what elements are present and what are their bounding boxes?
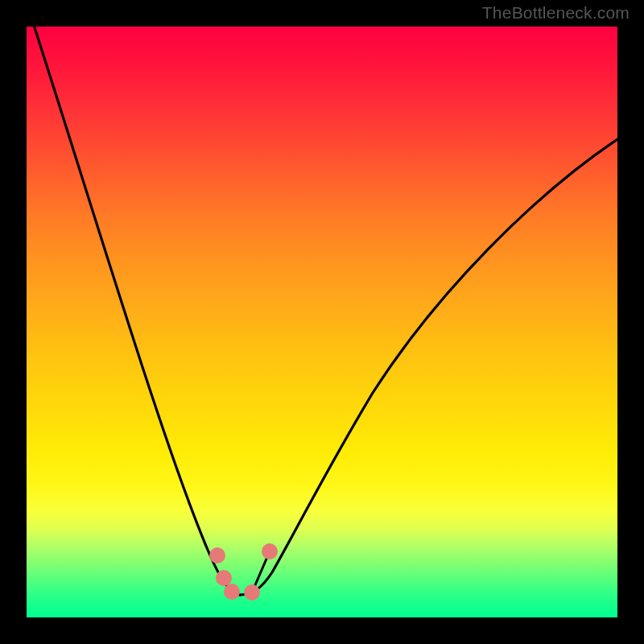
dot-left-mid [216, 570, 232, 586]
dot-bottom-2 [244, 584, 260, 601]
plot-area [27, 27, 617, 617]
watermark-text: TheBottleneck.com [482, 3, 630, 23]
left-curve [27, 27, 240, 595]
dot-bottom-1 [224, 584, 240, 600]
chart-svg [27, 27, 617, 617]
dot-right-upper [262, 543, 278, 559]
right-curve [240, 139, 617, 595]
dot-left-upper [209, 547, 225, 564]
